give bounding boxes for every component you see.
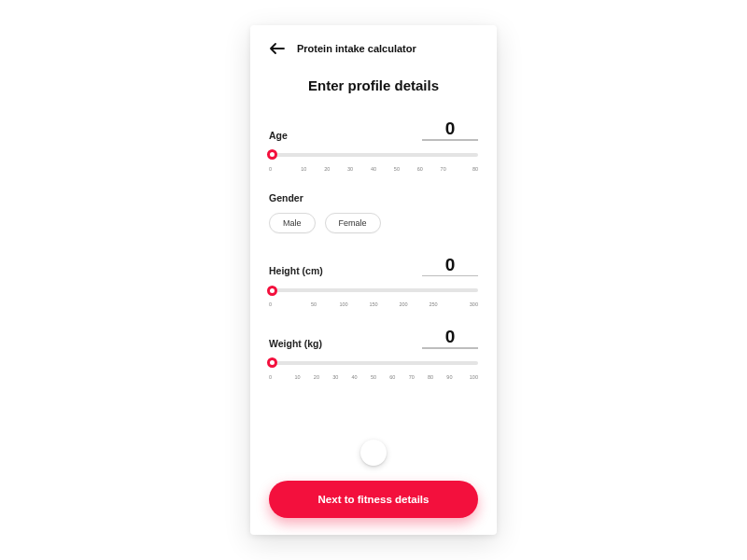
scroll-hint-circle[interactable] — [360, 440, 387, 466]
weight-field: Weight (kg) 0 0 10 20 30 40 50 60 70 80 — [269, 328, 478, 380]
back-arrow-icon[interactable] — [269, 42, 286, 55]
age-slider-thumb[interactable] — [267, 149, 277, 160]
screen-heading: Enter profile details — [269, 77, 478, 93]
gender-option-female[interactable]: Female — [325, 213, 381, 233]
next-button[interactable]: Next to fitness details — [269, 481, 478, 518]
age-value: 0 — [422, 119, 478, 137]
gender-label: Gender — [269, 192, 478, 203]
height-value: 0 — [422, 256, 478, 273]
height-field: Height (cm) 0 0 50 100 150 200 250 300 — [269, 256, 478, 308]
age-slider[interactable] — [269, 148, 478, 161]
age-ticks: 0 10 20 30 40 50 60 70 80 — [269, 166, 478, 172]
weight-slider-thumb[interactable] — [267, 357, 277, 368]
weight-value-box[interactable]: 0 — [422, 328, 478, 349]
gender-field: Gender Male Female — [269, 192, 478, 233]
gender-option-male[interactable]: Male — [269, 213, 316, 233]
weight-slider[interactable] — [269, 357, 478, 370]
height-value-box[interactable]: 0 — [422, 256, 478, 277]
age-field: Age 0 0 10 20 30 40 50 60 70 80 — [269, 119, 478, 172]
weight-ticks: 0 10 20 30 40 50 60 70 80 90 100 — [269, 374, 478, 380]
app-title: Protein intake calculator — [297, 43, 416, 54]
app-header: Protein intake calculator — [269, 42, 478, 55]
weight-label: Weight (kg) — [269, 338, 322, 349]
age-label: Age — [269, 130, 288, 141]
height-slider[interactable] — [269, 284, 478, 297]
height-label: Height (cm) — [269, 265, 323, 276]
weight-value: 0 — [422, 328, 478, 345]
height-slider-thumb[interactable] — [267, 286, 277, 296]
height-ticks: 0 50 100 150 200 250 300 — [269, 301, 478, 307]
phone-frame: Protein intake calculator Enter profile … — [250, 25, 497, 535]
age-value-box[interactable]: 0 — [422, 119, 478, 141]
